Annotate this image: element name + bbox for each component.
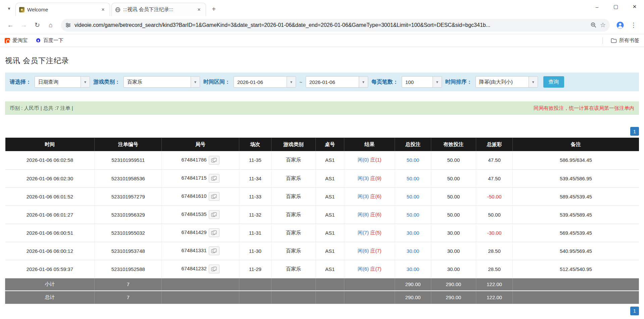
cell-note: 512.45/540.95	[513, 260, 639, 278]
column-header: 有效投注	[431, 138, 476, 151]
profile-avatar[interactable]	[614, 19, 626, 31]
cell-bet-id: 523101958536	[95, 169, 162, 187]
round-detail-button[interactable]	[209, 228, 219, 237]
table-row: 2026-01-06 06:00:51 523101955032 6748414…	[5, 224, 639, 242]
cell-total-bet[interactable]: 30.00	[395, 260, 431, 278]
cell-round: 674841715	[162, 169, 239, 187]
maximize-button[interactable]: ▢	[606, 0, 625, 13]
cell-game-kind: 百家乐	[271, 187, 315, 206]
footer-cell	[513, 278, 639, 291]
cell-session: 11-32	[239, 206, 271, 224]
cell-payout: 50.00	[476, 206, 513, 224]
table-row: 2026-01-06 05:59:37 523101952588 6748412…	[5, 260, 639, 278]
footer-valid-bet: 290.00	[431, 278, 476, 291]
cell-total-bet[interactable]: 50.00	[395, 187, 431, 206]
date-end-value: 2026-01-06	[306, 79, 359, 85]
table-row: 2026-01-06 06:01:27 523101956329 6748415…	[5, 206, 639, 224]
cell-note: 586.95/634.45	[513, 151, 639, 169]
forward-icon[interactable]: →	[18, 19, 30, 31]
footer-cell	[239, 278, 271, 291]
baidu-icon	[36, 38, 41, 43]
round-detail-button[interactable]	[209, 174, 219, 183]
cell-round: 674841429	[162, 224, 239, 242]
cell-valid-bet: 50.00	[431, 187, 476, 206]
table-row: 2026-01-06 06:02:30 523101958536 6748417…	[5, 169, 639, 187]
column-header: 总派彩	[476, 138, 513, 151]
cell-game-kind: 百家乐	[271, 206, 315, 224]
table-row: 2026-01-06 06:02:58 523101959511 6748417…	[5, 151, 639, 169]
back-icon[interactable]: ←	[5, 19, 16, 31]
tab-welcome[interactable]: Welcome ×	[15, 3, 110, 16]
address-bar[interactable]: videoie.com/game/betrecord_search/kind3?…	[61, 19, 610, 32]
round-detail-button[interactable]	[209, 210, 219, 219]
round-detail-button[interactable]	[209, 156, 219, 165]
bet-records-table: 时间注单编号局号场次游戏类别桌号结果总投注有效投注总派彩备注 2026-01-0…	[5, 138, 639, 304]
filter-bar: 请选择： 日期查询 ▼ 游戏类别： 百家乐 ▼ 时间区间： 2026-01-06…	[5, 73, 639, 91]
bookmark-item-taobao[interactable]: 爱淘宝	[5, 37, 28, 44]
search-button[interactable]: 查询	[543, 76, 564, 88]
cell-valid-bet: 30.00	[431, 224, 476, 242]
date-start-select[interactable]: 2026-01-06 ▼	[234, 76, 296, 88]
cell-total-bet[interactable]: 50.00	[395, 169, 431, 187]
sort-select[interactable]: 降幂(由大到小) ▼	[476, 76, 538, 88]
filter-label-game: 游戏类别：	[93, 79, 120, 86]
cell-time: 2026-01-06 06:00:12	[5, 242, 95, 260]
close-button[interactable]: ✕	[625, 0, 644, 13]
table-row: 2026-01-06 06:01:52 523101957279 6748416…	[5, 187, 639, 206]
all-bookmarks-label: 所有书签	[619, 37, 639, 44]
column-header: 游戏类别	[271, 138, 315, 151]
round-detail-button[interactable]	[209, 265, 219, 273]
bookmark-item-baidu[interactable]: 百度一下	[36, 37, 63, 44]
footer-cell	[344, 278, 395, 291]
cell-note: 569.45/539.45	[513, 224, 639, 242]
chevron-down-icon: ▼	[287, 77, 296, 87]
site-info-icon[interactable]	[65, 22, 71, 28]
cell-table-no: AS1	[316, 169, 344, 187]
tab-close-icon[interactable]: ×	[196, 6, 202, 13]
column-header: 总投注	[395, 138, 431, 151]
chevron-down-icon: ▼	[81, 77, 90, 87]
bookmark-star-icon[interactable]: ☆	[600, 21, 606, 29]
cell-time: 2026-01-06 06:01:52	[5, 187, 95, 206]
bookmark-label: 爱淘宝	[12, 37, 28, 44]
minimize-button[interactable]: –	[588, 0, 606, 13]
mode-select[interactable]: 日期查询 ▼	[35, 76, 90, 88]
tab-close-icon[interactable]: ×	[100, 6, 106, 13]
date-end-select[interactable]: 2026-01-06 ▼	[306, 76, 368, 88]
cell-table-no: AS1	[316, 260, 344, 278]
result-banker: 庄(5)	[370, 230, 381, 235]
cell-time: 2026-01-06 05:59:37	[5, 260, 95, 278]
column-header: 注单编号	[95, 138, 162, 151]
cell-total-bet[interactable]: 50.00	[395, 206, 431, 224]
pagination-top: 1	[5, 127, 639, 136]
chevron-down-icon: ▼	[529, 77, 538, 87]
result-banker: 庄(7)	[370, 248, 381, 254]
result-player: 闲(7)	[358, 230, 369, 235]
page-number-button[interactable]: 1	[630, 307, 639, 315]
result-banker: 庄(7)	[370, 266, 381, 272]
all-bookmarks-button[interactable]: 所有书签	[611, 37, 639, 44]
reload-icon[interactable]: ↻	[32, 19, 43, 31]
cell-total-bet[interactable]: 30.00	[395, 224, 431, 242]
page-number-button[interactable]: 1	[630, 127, 639, 136]
cell-round: 674841331	[162, 242, 239, 260]
menu-kebab-icon[interactable]: ⋮	[628, 19, 639, 31]
round-number: 674841232	[181, 266, 206, 271]
new-tab-button[interactable]: +	[209, 4, 219, 14]
cell-total-bet[interactable]: 50.00	[395, 151, 431, 169]
cell-bet-id: 523101956329	[95, 206, 162, 224]
total-row: 总计 7 290.00 290.00 122.00	[5, 291, 639, 304]
tab-betrecord[interactable]: :::视讯 会员下注纪录::: ×	[111, 3, 206, 16]
page-content: 视讯 会员下注纪录 请选择： 日期查询 ▼ 游戏类别： 百家乐 ▼ 时间区间： …	[0, 56, 644, 315]
summary-bar: 币别 : 人民币 | 总共 :7 注单 | 同局有效投注，统一计算在该局第一张注…	[5, 101, 639, 115]
zoom-icon[interactable]	[590, 22, 597, 28]
round-detail-button[interactable]	[209, 192, 219, 201]
tab-search-button[interactable]: ▾	[4, 3, 14, 13]
game-kind-select[interactable]: 百家乐 ▼	[123, 76, 200, 88]
cell-bet-id: 523101952588	[95, 260, 162, 278]
url-text: videoie.com/game/betrecord_search/kind3?…	[75, 22, 587, 28]
cell-total-bet[interactable]: 30.00	[395, 242, 431, 260]
per-page-select[interactable]: 100 ▼	[402, 76, 442, 88]
home-icon[interactable]: ⌂	[45, 19, 56, 31]
round-detail-button[interactable]	[209, 246, 219, 255]
